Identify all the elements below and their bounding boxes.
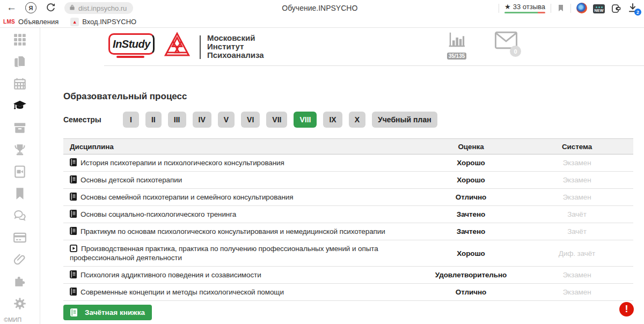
- semester-button-iii[interactable]: III: [168, 112, 186, 128]
- download-icon[interactable]: 2: [627, 2, 640, 14]
- discipline-cell: Производственная практика, практика по п…: [63, 244, 421, 262]
- divider: [551, 4, 551, 13]
- download-badge: 2: [634, 9, 641, 16]
- reviews-count: 33 отзыва: [513, 3, 545, 11]
- sidebar-item-documents[interactable]: [12, 56, 27, 70]
- table-row[interactable]: Психология аддиктивного поведения и соза…: [63, 267, 633, 284]
- discipline-name: Практикум по основам психологического ко…: [80, 227, 385, 235]
- semester-button-учебный-план[interactable]: Учебный план: [372, 112, 437, 128]
- extension-glove-icon[interactable]: [610, 3, 621, 14]
- gear-icon: [13, 297, 27, 313]
- discipline-name: Основы детской психотерапии: [80, 176, 182, 184]
- profile-icon[interactable]: Я: [25, 2, 36, 13]
- semester-button-iv[interactable]: IV: [193, 112, 211, 128]
- sidebar-item-gear[interactable]: [12, 298, 27, 312]
- trophy-icon: [13, 143, 27, 159]
- semester-button-ii[interactable]: II: [145, 112, 162, 128]
- address-bar[interactable]: dist.inpsycho.ru: [64, 2, 133, 14]
- table-row[interactable]: История психотерапии и психологического …: [63, 154, 633, 172]
- sidebar-item-card[interactable]: [12, 232, 27, 246]
- semester-button-ix[interactable]: IX: [323, 112, 342, 128]
- back-icon[interactable]: ←: [6, 2, 17, 13]
- discipline-name: Основы социально-психологического тренин…: [80, 210, 236, 218]
- discipline-cell: Психология аддиктивного поведения и соза…: [63, 270, 421, 279]
- bookmark-flag-icon[interactable]: [557, 3, 565, 13]
- alert-icon[interactable]: !: [619, 302, 634, 316]
- bar-chart-icon: [447, 31, 466, 48]
- browser-toolbar: ← Я dist.inpsycho.ru Обучение.INPSYCHO ★…: [0, 0, 644, 16]
- sidebar-item-chat[interactable]: [12, 210, 27, 224]
- institute-line: Московский: [207, 34, 264, 42]
- sidebar-item-archive-box[interactable]: [12, 122, 27, 136]
- header-divider: [200, 35, 201, 59]
- grade-cell: Зачтено: [421, 210, 521, 218]
- table-row[interactable]: Основы семейной психотерапии и семейного…: [63, 189, 633, 206]
- institute-name: Московский Институт Психоанализа: [207, 34, 264, 60]
- book-icon: [70, 270, 77, 278]
- table-row[interactable]: Современные концепции и методы психологи…: [63, 284, 633, 301]
- table-row[interactable]: Основы социально-психологического тренин…: [63, 206, 633, 223]
- archive-box-icon: [13, 121, 27, 137]
- rating-bar: [504, 12, 545, 13]
- sidebar-nav: ©МИП: [0, 28, 40, 324]
- divider: [499, 4, 499, 13]
- table-row[interactable]: Основы детской психотерапииХорошоЭкзамен: [63, 172, 633, 189]
- book-icon: [70, 227, 77, 235]
- progress-stats[interactable]: 35/135: [446, 31, 467, 60]
- grade-cell: Хорошо: [421, 249, 521, 257]
- grade-cell: Хорошо: [421, 159, 521, 167]
- semesters-label: Семестры: [63, 115, 101, 124]
- messages-button[interactable]: 0: [494, 30, 519, 54]
- graduation-cap-icon: [13, 99, 27, 115]
- bookmarks-bar: LMSОбъявления▲Вход.INPSYCHO: [0, 16, 644, 28]
- url-text: dist.inpsycho.ru: [78, 4, 127, 12]
- sidebar-item-bookmark[interactable]: [12, 188, 27, 202]
- lock-icon: [69, 4, 76, 12]
- refresh-icon[interactable]: [45, 2, 56, 13]
- discipline-cell: Практикум по основам психологического ко…: [63, 227, 421, 236]
- instudy-logo[interactable]: InStudy: [108, 33, 155, 55]
- bookmark-item[interactable]: ▲Вход.INPSYCHO: [70, 18, 136, 26]
- grid-icon: [13, 33, 27, 49]
- semester-button-vi[interactable]: VI: [241, 112, 260, 128]
- bookmark-label: Вход.INPSYCHO: [82, 18, 136, 26]
- sidebar-item-paperclip[interactable]: [12, 254, 27, 268]
- semester-button-vii[interactable]: VII: [266, 112, 287, 128]
- grade-cell: Отлично: [421, 288, 521, 296]
- mip-triangle-logo[interactable]: [163, 31, 191, 59]
- sidebar-item-video-file[interactable]: [12, 166, 27, 180]
- sidebar-item-puzzle[interactable]: [12, 276, 27, 290]
- semester-button-v[interactable]: V: [218, 112, 235, 128]
- semester-button-i[interactable]: I: [123, 112, 139, 128]
- system-cell: Экзамен: [521, 288, 633, 296]
- grade-cell: Отлично: [421, 193, 521, 201]
- gradebook-button[interactable]: Зачётная книжка: [63, 305, 152, 320]
- table-row[interactable]: Практикум по основам психологического ко…: [63, 223, 633, 240]
- site-reviews[interactable]: ★ 33 отзыва: [504, 3, 545, 13]
- discipline-cell: Современные концепции и методы психологи…: [63, 288, 421, 297]
- extension-browser-icon[interactable]: [576, 3, 588, 14]
- table-row[interactable]: Производственная практика, практика по п…: [63, 240, 633, 267]
- institute-line: Психоанализа: [207, 51, 264, 60]
- instudy-logo-text: InStudy: [113, 38, 150, 50]
- bookmark-item[interactable]: LMSОбъявления: [3, 18, 58, 26]
- discipline-name: Основы семейной психотерапии и семейного…: [80, 193, 293, 201]
- sidebar-item-calendar[interactable]: [12, 78, 27, 92]
- divider: [570, 4, 571, 13]
- sidebar-item-grid[interactable]: [12, 34, 27, 48]
- sidebar-item-graduation-cap[interactable]: [12, 100, 27, 114]
- semester-button-viii[interactable]: VIII: [294, 112, 317, 128]
- documents-icon: [13, 55, 27, 71]
- sidebar-list: [0, 28, 40, 312]
- lms-icon: LMS: [3, 19, 15, 25]
- sidebar-footer: ©МИП: [4, 316, 21, 323]
- extension-new-icon[interactable]: NEW: [593, 4, 605, 13]
- semester-button-x[interactable]: X: [349, 112, 365, 128]
- system-cell: Экзамен: [521, 193, 633, 201]
- book-icon: [70, 308, 77, 316]
- progress-badge: 35/135: [447, 53, 467, 60]
- page-title: Образовательный процесс: [63, 91, 187, 102]
- sidebar-item-trophy[interactable]: [12, 144, 27, 158]
- video-icon: [70, 245, 77, 252]
- system-cell: Зачёт: [521, 210, 633, 218]
